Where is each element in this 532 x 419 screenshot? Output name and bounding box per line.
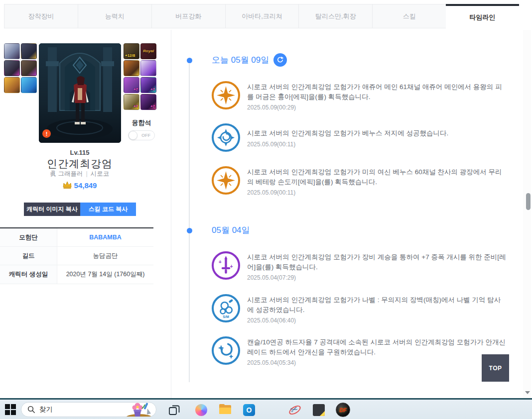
- timeline-entry-text: 시로코 서버의 인간계최강엄 모험가가 미의 여신 베누스 60채널 찬사의 광…: [247, 167, 506, 187]
- row-label: 캐릭터 생성일: [0, 265, 57, 284]
- amplify-badge: +7: [133, 88, 138, 92]
- avatar-slot-grid: [4, 43, 37, 93]
- outlook-icon[interactable]: O: [243, 404, 255, 416]
- scrollbar-thumb[interactable]: [526, 193, 531, 210]
- timeline-axis: [189, 64, 190, 382]
- copy-skill-code-button[interactable]: 스킬 코드 복사: [80, 203, 136, 216]
- file-explorer-icon[interactable]: [219, 404, 231, 416]
- equipment-slot-icon[interactable]: +12/8: [124, 43, 139, 59]
- timeline-entry-text: 시로코 서버의 인간계최강엄 모험가가 애쥬어 메인 61채널 애쥬어 메인에서…: [247, 82, 506, 102]
- character-server: 시로코: [91, 170, 110, 177]
- equipment-slot-icon[interactable]: +7: [124, 77, 139, 93]
- sticky-notes-icon[interactable]: [313, 404, 325, 416]
- character-job: 眞 그래플러: [50, 170, 83, 177]
- row-label: 길드: [0, 247, 57, 265]
- equipment-slot-icon[interactable]: [140, 60, 156, 76]
- royal-badge: Royal: [141, 49, 156, 53]
- tab-skill[interactable]: 스킬: [372, 4, 446, 28]
- timeline-entry-date: 2025.05.09(00:11): [247, 189, 506, 196]
- copilot-icon[interactable]: [195, 404, 207, 416]
- scroll-to-top-button[interactable]: TOP: [482, 354, 509, 382]
- timeline-entry-text: 시로코 서버의 인간계최강엄 모험가가 장비 계승을 통하여 +7 증폭 개시를…: [247, 252, 506, 272]
- table-row: 캐릭터 생성일 2020년 7월 14일 (1760일째): [0, 265, 153, 284]
- toggle-state-label: OFF: [137, 133, 154, 138]
- snipping-tool-icon[interactable]: ✂: [288, 403, 302, 417]
- equipment-slot-icon[interactable]: +7: [140, 77, 156, 93]
- timeline-entry: 시로코 서버의 인간계최강엄 모험가가 미의 여신 베누스 60채널 찬사의 광…: [212, 166, 511, 196]
- timeline-entry: 캔슬/10연공 하드자율 7 공격대에 소속된 시로코 서버의 인간계최강엄 모…: [212, 336, 511, 366]
- raid-clear-icon: [212, 336, 240, 365]
- timeline-entry-date: 2025.05.04(07:29): [247, 274, 506, 281]
- svg-text:+: +: [219, 259, 222, 265]
- amplify-badge: +7: [150, 105, 155, 108]
- tab-talisman[interactable]: 탈리스만,휘장: [298, 4, 373, 28]
- character-scene: [39, 43, 121, 143]
- search-highlight-flower-icon: [124, 402, 155, 417]
- fame-row: 54,849: [0, 181, 159, 190]
- dnf-game-icon[interactable]: DF: [336, 403, 350, 417]
- timeline-entry-date: 2025.05.09(00:29): [247, 104, 506, 111]
- equipment-slot-icon[interactable]: [21, 43, 37, 59]
- timeline-entry-date: 2025.05.04(06:40): [247, 317, 506, 324]
- adventure-group-link[interactable]: BABAMBA: [89, 234, 122, 241]
- tab-timeline[interactable]: 타임라인: [446, 4, 519, 28]
- character-level: Lv.115: [0, 149, 159, 156]
- character-info-table: 모험단 BABAMBA 길드 농담곰단 캐릭터 생성일 2020년 7월 14일…: [0, 227, 153, 284]
- table-row: 길드 농담곰단: [0, 247, 153, 265]
- equipment-slot-icon[interactable]: Royal: [140, 43, 156, 59]
- timeline-entry: 시로코 서버의 인간계최강엄 모험가가 애쥬어 메인 61채널 애쥬어 메인에서…: [212, 81, 511, 111]
- refresh-button[interactable]: [273, 53, 287, 67]
- timeline-section-dot: [187, 228, 192, 233]
- crown-icon: [63, 182, 72, 189]
- equipment-slot-icon[interactable]: [21, 60, 37, 76]
- copy-character-image-button[interactable]: 캐릭터 이미지 복사: [24, 203, 80, 216]
- row-label: 모험단: [0, 228, 57, 246]
- character-timeline-page: 장착장비 능력치 버프강화 아바타,크리쳐 탈리스만,휘장 스킬 타임라인: [0, 0, 532, 419]
- timeline-section-title: 오늘 05월 09일: [212, 54, 269, 66]
- task-view-icon[interactable]: [168, 404, 180, 416]
- equipment-slot-icon[interactable]: [21, 77, 37, 93]
- creation-date-value: 2020년 7월 14일 (1760일째): [57, 265, 153, 284]
- character-image: !: [39, 43, 121, 143]
- epic-item-icon: [212, 81, 240, 109]
- timeline-section-dot: [187, 58, 192, 63]
- equipment-slot-icon[interactable]: [124, 60, 139, 76]
- timeline-entry-text: 시로코 서버의 인간계최강엄 모험가가 나벨 : 무의지의 장벽(매칭)에서 나…: [247, 295, 506, 314]
- equipment-slot-icon[interactable]: +7: [140, 94, 156, 110]
- equip-upgrade-icon: + +: [212, 251, 240, 280]
- fame-value: 54,849: [74, 181, 97, 190]
- fusion-stone-toggle[interactable]: OFF: [128, 130, 155, 140]
- timeline-section-title: 05월 04일: [212, 224, 250, 236]
- tab-stats[interactable]: 능력치: [78, 4, 152, 28]
- amplify-badge: +7: [150, 88, 155, 92]
- timeline-entry: 시로코 서버의 인간계최강엄 모험가가 베누스 저지에 성공했습니다. 2025…: [212, 123, 511, 152]
- tab-bar: 장착장비 능력치 버프강화 아바타,크리쳐 탈리스만,휘장 스킬 타임라인: [4, 4, 519, 28]
- epic-item-icon: [212, 166, 240, 195]
- guild-value: 농담곰단: [57, 247, 153, 265]
- matching-dungeon-icon: S/M: [212, 294, 240, 322]
- enhance-badge: +12/8: [125, 54, 135, 58]
- character-subtitle: 眞 그래플러|시로코: [0, 170, 159, 178]
- search-label: 찾기: [39, 405, 53, 414]
- alert-badge[interactable]: !: [42, 129, 51, 138]
- timeline-entry: S/M 시로코 서버의 인간계최강엄 모험가가 나벨 : 무의지의 장벽(매칭)…: [212, 294, 511, 324]
- windows-taskbar: 찾기 O ✂: [0, 398, 532, 419]
- timeline-entry: + + 시로코 서버의 인간계최강엄 모험가가 장비 계승을 통하여 +7 증폭…: [212, 251, 511, 281]
- tab-equipment[interactable]: 장착장비: [4, 4, 78, 28]
- scrollbar-track[interactable]: [523, 30, 531, 398]
- search-icon: [27, 406, 35, 414]
- equipment-slot-icon[interactable]: +7: [124, 94, 139, 110]
- equipment-slot-icon[interactable]: [4, 60, 20, 76]
- start-button[interactable]: [5, 404, 17, 416]
- search-input[interactable]: 찾기: [21, 402, 156, 417]
- refresh-icon: [276, 56, 284, 64]
- amplify-badge: +7: [133, 105, 138, 108]
- scrollbar-down-arrow-icon[interactable]: [525, 391, 530, 394]
- tab-avatar-creature[interactable]: 아바타,크리쳐: [225, 4, 299, 28]
- equipment-slot-grid: +12/8 Royal +7 +7 +7 +7: [124, 43, 156, 110]
- tab-buff[interactable]: 버프강화: [151, 4, 226, 28]
- fusion-stone-label: 융합석: [125, 118, 158, 127]
- timeline-entry-date: 2025.05.09(00:11): [247, 141, 506, 148]
- equipment-slot-icon[interactable]: [4, 43, 20, 59]
- equipment-slot-icon[interactable]: [4, 77, 20, 93]
